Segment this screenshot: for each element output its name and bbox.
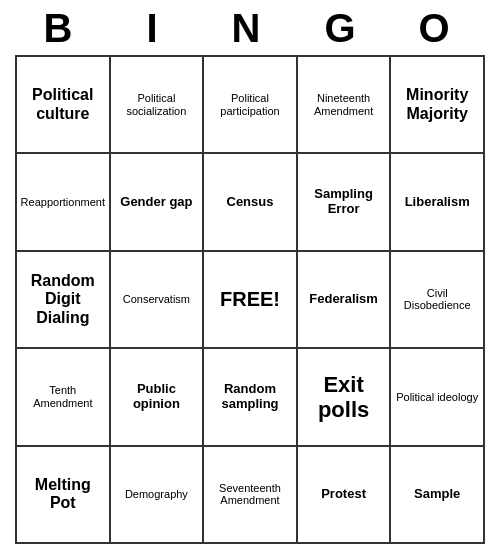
- bingo-cell-23: Protest: [297, 446, 391, 543]
- bingo-cell-11: Conservatism: [110, 251, 204, 348]
- title-letter: I: [113, 6, 199, 51]
- bingo-cell-20: Melting Pot: [16, 446, 110, 543]
- bingo-title: BINGO: [15, 0, 485, 55]
- bingo-cell-16: Public opinion: [110, 348, 204, 445]
- bingo-cell-14: Civil Disobedience: [390, 251, 484, 348]
- title-letter: N: [207, 6, 293, 51]
- title-letter: O: [395, 6, 481, 51]
- bingo-cell-8: Sampling Error: [297, 153, 391, 250]
- bingo-cell-17: Random sampling: [203, 348, 297, 445]
- title-letter: B: [19, 6, 105, 51]
- bingo-cell-13: Federalism: [297, 251, 391, 348]
- title-letter: G: [301, 6, 387, 51]
- bingo-cell-7: Census: [203, 153, 297, 250]
- bingo-grid: Political culturePolitical socialization…: [15, 55, 485, 544]
- bingo-cell-5: Reapportionment: [16, 153, 110, 250]
- bingo-cell-18: Exit polls: [297, 348, 391, 445]
- bingo-cell-9: Liberalism: [390, 153, 484, 250]
- bingo-cell-24: Sample: [390, 446, 484, 543]
- bingo-cell-4: Minority Majority: [390, 56, 484, 153]
- bingo-cell-19: Political ideology: [390, 348, 484, 445]
- bingo-cell-22: Seventeenth Amendment: [203, 446, 297, 543]
- bingo-cell-12: FREE!: [203, 251, 297, 348]
- bingo-cell-15: Tenth Amendment: [16, 348, 110, 445]
- bingo-cell-21: Demography: [110, 446, 204, 543]
- bingo-cell-1: Political socialization: [110, 56, 204, 153]
- bingo-cell-3: Nineteenth Amendment: [297, 56, 391, 153]
- bingo-cell-2: Political participation: [203, 56, 297, 153]
- bingo-cell-0: Political culture: [16, 56, 110, 153]
- bingo-cell-6: Gender gap: [110, 153, 204, 250]
- bingo-cell-10: Random Digit Dialing: [16, 251, 110, 348]
